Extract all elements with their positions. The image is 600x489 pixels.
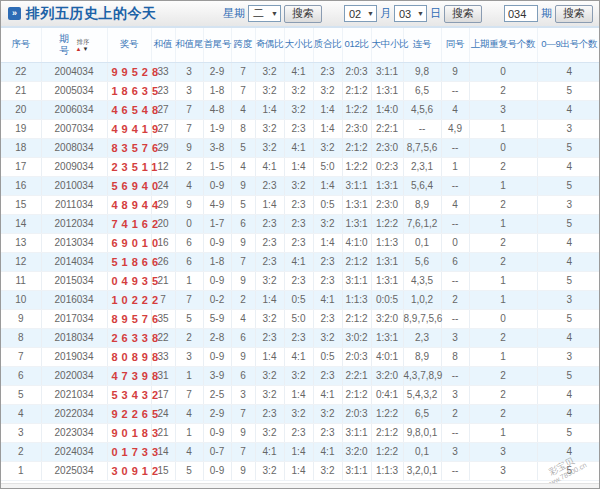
cell-same-number: 4 xyxy=(441,100,469,119)
cell-consecutive: 5,6 xyxy=(403,252,441,271)
cell-prize: 90183 xyxy=(107,423,151,442)
cell-big-small-ratio: 1:4 xyxy=(284,385,313,404)
cell-consecutive: -- xyxy=(403,119,441,138)
cell-zero-one-two-ratio: 3:2:0 xyxy=(342,442,371,461)
cell-issue: 2014034 xyxy=(41,252,107,271)
cell-first-last: 1-9 xyxy=(203,119,231,138)
cell-prime-composite-ratio: 3:2 xyxy=(313,328,342,347)
cell-big-small-ratio: 4:1 xyxy=(284,252,313,271)
issue-label: 期 xyxy=(541,6,552,21)
cell-index: 11 xyxy=(1,271,41,290)
cell-consecutive: 1,0,2 xyxy=(403,290,441,309)
cell-sum-tail: 0 xyxy=(175,214,203,233)
sort-desc-icon[interactable]: ▼ xyxy=(83,46,90,52)
cell-same-number: 0 xyxy=(441,233,469,252)
cell-big-small-ratio: 2:3 xyxy=(284,214,313,233)
month-select[interactable]: 02 ▼ xyxy=(344,5,377,22)
title-bar: » 排列五历史上的今天 星期 二 ▼ 搜索 02 ▼ 月 03 xyxy=(1,1,599,28)
chevron-down-icon: ▼ xyxy=(417,10,424,17)
cell-prime-composite-ratio: 5:0 xyxy=(313,157,342,176)
col-header-index: 序号 xyxy=(1,28,41,62)
cell-zero-one-two-ratio: 2:0:3 xyxy=(342,347,371,366)
cell-sum-tail: 2 xyxy=(175,328,203,347)
table-row: 132013034690101660-992:32:31:44:1:01:1:3… xyxy=(1,233,600,252)
cell-zero-one-two-ratio: 3:1:1 xyxy=(342,176,371,195)
cell-repeat-prev-count: 0 xyxy=(469,138,537,157)
cell-span: 6 xyxy=(231,328,255,347)
cell-index: 21 xyxy=(1,81,41,100)
weekday-selected-value: 二 xyxy=(253,6,264,21)
cell-same-number: 1 xyxy=(441,157,469,176)
cell-consecutive: 8,7,5,6 xyxy=(403,138,441,157)
weekday-select[interactable]: 二 ▼ xyxy=(248,5,281,22)
cell-odd-even-ratio: 4:1 xyxy=(255,442,284,461)
table-row: 172009034235111221-544:11:45:01:2:20:2:3… xyxy=(1,157,600,176)
cell-issue: 2010034 xyxy=(41,176,107,195)
cell-odd-even-ratio: 1:4 xyxy=(255,347,284,366)
cell-digit-count: 5 xyxy=(537,423,600,442)
date-search-group: 02 ▼ 月 03 ▼ 日 搜索 xyxy=(344,5,482,23)
cell-same-number: -- xyxy=(441,138,469,157)
table-row: 72019034808983330-991:44:10:52:0:34:0:18… xyxy=(1,347,600,366)
date-search-button[interactable]: 搜索 xyxy=(444,5,482,23)
cell-prime-composite-ratio: 4:1 xyxy=(313,290,342,309)
cell-digit-count: 4 xyxy=(537,404,600,423)
cell-prize: 01733 xyxy=(107,442,151,461)
cell-odd-even-ratio: 2:3 xyxy=(255,252,284,271)
cell-repeat-prev-count: 1 xyxy=(469,119,537,138)
cell-big-mid-small-ratio: 1:2:2 xyxy=(371,214,403,233)
cell-big-mid-small-ratio: 2:3:0 xyxy=(371,138,403,157)
cell-zero-one-two-ratio: 1:3:1 xyxy=(342,195,371,214)
cell-prime-composite-ratio: 1:4 xyxy=(313,233,342,252)
cell-issue: 2018034 xyxy=(41,328,107,347)
table-row: 162010034569402440-992:33:21:43:1:11:3:1… xyxy=(1,176,600,195)
cell-issue: 2008034 xyxy=(41,138,107,157)
table-row: 52021034534321772-533:21:44:12:1:20:4:15… xyxy=(1,385,600,404)
cell-digit-count: 4 xyxy=(537,233,600,252)
chevron-down-icon: ▼ xyxy=(271,10,278,17)
cell-first-last: 3-9 xyxy=(203,366,231,385)
sort-asc-icon[interactable]: ▲ xyxy=(76,46,83,52)
col-header-issue: 期号 排序 ▲▼ xyxy=(41,28,107,62)
cell-big-small-ratio: 2:3 xyxy=(284,423,313,442)
cell-zero-one-two-ratio: 3:1:1 xyxy=(342,271,371,290)
cell-digit-count: 5 xyxy=(537,461,600,480)
cell-digit-count: 5 xyxy=(537,176,600,195)
cell-odd-even-ratio: 4:1 xyxy=(255,157,284,176)
col-header-digit-count: 0—9出号个数 xyxy=(537,28,600,62)
issue-search-button[interactable]: 搜索 xyxy=(555,5,593,23)
cell-span: 4 xyxy=(231,157,255,176)
table-header-row: 序号 期号 排序 ▲▼ 奖号 和值 和值尾 首尾号 xyxy=(1,28,600,62)
cell-first-last: 2-9 xyxy=(203,404,231,423)
cell-digit-count: 4 xyxy=(537,62,600,81)
cell-consecutive: 6,5 xyxy=(403,404,441,423)
cell-issue: 2016034 xyxy=(41,290,107,309)
issue-input[interactable] xyxy=(504,5,538,22)
table-row: 92017034895763555-943:25:02:32:1:23:2:08… xyxy=(1,309,600,328)
cell-prize: 23511 xyxy=(107,157,151,176)
cell-index: 4 xyxy=(1,404,41,423)
cell-prime-composite-ratio: 2:3 xyxy=(313,309,342,328)
cell-consecutive: 9,8 xyxy=(403,62,441,81)
table-row: 82018034263382222-862:32:33:23:0:21:3:12… xyxy=(1,328,600,347)
cell-same-number: -- xyxy=(441,366,469,385)
cell-span: 4 xyxy=(231,309,255,328)
cell-index: 15 xyxy=(1,195,41,214)
cell-zero-one-two-ratio: 2:1:2 xyxy=(342,138,371,157)
cell-repeat-prev-count: 3 xyxy=(469,442,537,461)
cell-zero-one-two-ratio: 2:1:2 xyxy=(342,252,371,271)
weekday-search-button[interactable]: 搜索 xyxy=(284,5,322,23)
cell-zero-one-two-ratio: 1:2:2 xyxy=(342,157,371,176)
cell-odd-even-ratio: 1:4 xyxy=(255,100,284,119)
cell-index: 6 xyxy=(1,366,41,385)
cell-repeat-prev-count: 2 xyxy=(469,252,537,271)
day-select[interactable]: 03 ▼ xyxy=(394,5,427,22)
cell-first-last: 2-5 xyxy=(203,385,231,404)
cell-big-small-ratio: 0:5 xyxy=(284,290,313,309)
cell-prime-composite-ratio: 3:2 xyxy=(313,138,342,157)
cell-index: 19 xyxy=(1,119,41,138)
sort-widget[interactable]: 排序 ▲▼ xyxy=(76,38,90,52)
cell-issue: 2007034 xyxy=(41,119,107,138)
cell-repeat-prev-count: 3 xyxy=(469,461,537,480)
cell-odd-even-ratio: 3:2 xyxy=(255,366,284,385)
